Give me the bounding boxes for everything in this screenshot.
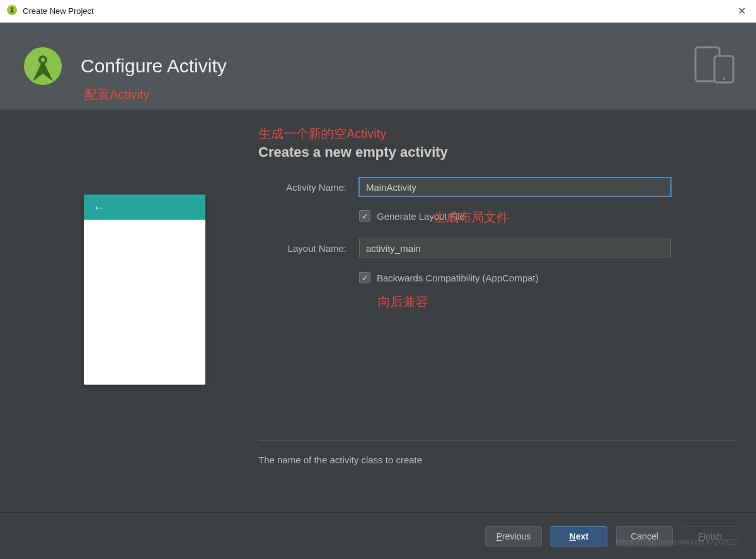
layout-name-label: Layout Name: <box>258 243 359 254</box>
activity-name-input[interactable] <box>359 178 671 196</box>
annotation-backwards-compat: 向后兼容 <box>378 293 428 310</box>
hint-divider <box>258 440 737 441</box>
close-icon[interactable]: ✕ <box>734 5 750 17</box>
next-label-rest: ext <box>576 531 588 541</box>
annotation-generate-empty: 生成一个新的空Activity <box>258 125 386 142</box>
backwards-compat-checkbox[interactable]: ✓ <box>359 272 370 283</box>
preview-appbar: ← <box>84 195 205 220</box>
wizard-header: Configure Activity 配置Activity <box>0 23 756 110</box>
previous-label-rest: revious <box>502 531 530 541</box>
next-button[interactable]: Next <box>551 526 607 546</box>
previous-button[interactable]: Previous <box>485 526 542 546</box>
android-studio-icon <box>6 4 18 18</box>
activity-preview: ← <box>84 195 205 385</box>
wizard-content: 生成一个新的空Activity Creates a new empty acti… <box>0 110 756 512</box>
page-subtitle-annotation: 配置Activity <box>84 86 149 103</box>
wizard-footer: Previous Next Cancel Finish <box>0 512 756 559</box>
devices-icon <box>693 45 737 88</box>
watermark: https://blog.csdn.net/u014720022 <box>616 537 737 546</box>
layout-name-row: Layout Name: <box>258 239 671 257</box>
generate-layout-checkbox[interactable]: ✓ <box>359 210 370 222</box>
layout-name-input[interactable] <box>359 239 671 257</box>
svg-point-7 <box>723 77 725 80</box>
section-title: Creates a new empty activity <box>258 144 448 161</box>
activity-name-label: Activity Name: <box>258 182 359 193</box>
hint-text: The name of the activity class to create <box>258 455 422 465</box>
android-studio-logo-icon <box>23 46 63 86</box>
annotation-generate-layout: 生成布局文件 <box>433 209 509 226</box>
backwards-compat-label: Backwards Compatibility (AppCompat) <box>377 273 539 283</box>
back-arrow-icon: ← <box>93 200 105 215</box>
window-title: Create New Project <box>23 6 94 16</box>
svg-point-4 <box>41 58 45 62</box>
window-titlebar: Create New Project ✕ <box>0 0 756 23</box>
page-title: Configure Activity <box>81 55 227 77</box>
backwards-compat-row: ✓ Backwards Compatibility (AppCompat) <box>359 272 539 283</box>
activity-name-row: Activity Name: <box>258 178 671 196</box>
